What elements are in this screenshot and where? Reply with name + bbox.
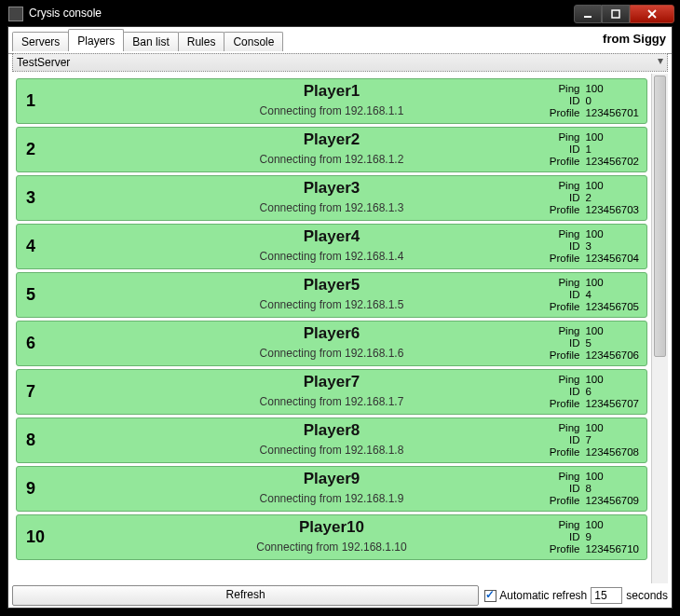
id-value: 9 — [585, 531, 639, 543]
titlebar[interactable]: Crysis console — [3, 3, 677, 24]
tab-strip: ServersPlayersBan listRulesConsole from … — [8, 27, 672, 54]
close-button[interactable] — [630, 5, 674, 23]
id-label: ID — [550, 434, 580, 446]
ping-label: Ping — [550, 131, 580, 144]
id-value: 7 — [585, 434, 639, 446]
profile-label: Profile — [550, 495, 580, 507]
server-dropdown[interactable]: TestServer — [12, 53, 668, 72]
profile-label: Profile — [550, 204, 580, 216]
profile-value: 123456704 — [585, 253, 639, 265]
scrollbar-thumb[interactable] — [654, 75, 666, 357]
auto-refresh-checkbox[interactable] — [484, 590, 496, 602]
close-icon — [646, 9, 658, 19]
profile-label: Profile — [550, 156, 580, 168]
ping-label: Ping — [550, 277, 580, 289]
player-row[interactable]: 5Player5Connecting from 192.168.1.5Ping1… — [16, 272, 647, 318]
tab-rules[interactable]: Rules — [178, 32, 225, 51]
id-label: ID — [550, 386, 580, 398]
player-list: 1Player1Connecting from 192.168.1.1Ping1… — [12, 74, 651, 583]
tab-banlist[interactable]: Ban list — [123, 32, 178, 51]
from-label: from Siggy — [603, 32, 666, 46]
profile-label: Profile — [550, 301, 580, 313]
player-row[interactable]: 10Player10Connecting from 192.168.1.10Pi… — [16, 514, 647, 560]
auto-refresh-label: Automatic refresh — [499, 589, 587, 602]
ping-value: 100 — [585, 83, 639, 95]
ping-label: Ping — [550, 471, 580, 483]
window-title: Crysis console — [29, 3, 102, 24]
id-value: 2 — [585, 192, 639, 204]
ping-value: 100 — [585, 374, 639, 386]
profile-value: 123456705 — [585, 301, 639, 313]
ping-label: Ping — [550, 83, 580, 95]
id-label: ID — [550, 289, 580, 301]
profile-value: 123456702 — [585, 156, 639, 168]
id-label: ID — [550, 483, 580, 495]
player-row[interactable]: 9Player9Connecting from 192.168.1.9Ping1… — [16, 466, 647, 512]
player-row[interactable]: 4Player4Connecting from 192.168.1.4Ping1… — [16, 224, 647, 269]
profile-label: Profile — [550, 446, 580, 459]
profile-value: 123456708 — [585, 446, 639, 459]
player-row[interactable]: 1Player1Connecting from 192.168.1.1Ping1… — [16, 78, 647, 124]
profile-value: 123456709 — [585, 495, 639, 507]
ping-value: 100 — [585, 325, 639, 337]
id-label: ID — [550, 240, 580, 253]
profile-label: Profile — [550, 107, 580, 119]
ping-value: 100 — [585, 180, 639, 192]
ping-value: 100 — [585, 131, 639, 144]
ping-label: Ping — [550, 422, 580, 434]
player-row[interactable]: 3Player3Connecting from 192.168.1.3Ping1… — [16, 175, 647, 221]
player-row[interactable]: 8Player8Connecting from 192.168.1.8Ping1… — [16, 418, 647, 463]
id-label: ID — [550, 337, 580, 349]
app-icon — [8, 7, 23, 21]
ping-value: 100 — [585, 422, 639, 434]
svg-rect-1 — [612, 10, 619, 18]
id-label: ID — [550, 95, 580, 107]
refresh-interval-input[interactable]: 15 — [591, 587, 622, 604]
minimize-button[interactable] — [574, 5, 602, 23]
id-value: 5 — [585, 337, 639, 349]
profile-label: Profile — [550, 253, 580, 265]
id-value: 0 — [585, 95, 639, 107]
ping-label: Ping — [550, 180, 580, 192]
id-value: 3 — [585, 240, 639, 253]
ping-value: 100 — [585, 471, 639, 483]
id-value: 1 — [585, 144, 639, 156]
id-value: 6 — [585, 386, 639, 398]
profile-value: 123456701 — [585, 107, 639, 119]
ping-label: Ping — [550, 519, 580, 531]
player-row[interactable]: 6Player6Connecting from 192.168.1.6Ping1… — [16, 321, 647, 366]
id-label: ID — [550, 192, 580, 204]
profile-label: Profile — [550, 349, 580, 362]
id-value: 4 — [585, 289, 639, 301]
profile-value: 123456707 — [585, 398, 639, 410]
id-label: ID — [550, 531, 580, 543]
minimize-icon — [583, 9, 592, 19]
id-value: 8 — [585, 483, 639, 495]
ping-value: 100 — [585, 277, 639, 289]
profile-label: Profile — [550, 398, 580, 410]
tab-servers[interactable]: Servers — [12, 32, 69, 51]
id-label: ID — [550, 144, 580, 156]
refresh-button[interactable]: Refresh — [12, 585, 479, 606]
maximize-icon — [611, 9, 620, 19]
tab-console[interactable]: Console — [224, 32, 283, 51]
profile-value: 123456703 — [585, 204, 639, 216]
seconds-label: seconds — [626, 589, 668, 602]
profile-value: 123456706 — [585, 349, 639, 362]
ping-value: 100 — [585, 519, 639, 531]
ping-label: Ping — [550, 325, 580, 337]
player-row[interactable]: 2Player2Connecting from 192.168.1.2Ping1… — [16, 127, 647, 172]
profile-value: 123456710 — [585, 543, 639, 555]
ping-value: 100 — [585, 228, 639, 240]
player-row[interactable]: 7Player7Connecting from 192.168.1.7Ping1… — [16, 369, 647, 415]
server-dropdown-value: TestServer — [17, 56, 70, 69]
tab-players[interactable]: Players — [68, 29, 124, 50]
svg-rect-0 — [584, 16, 592, 18]
maximize-button[interactable] — [602, 5, 630, 23]
scrollbar[interactable] — [651, 74, 668, 583]
profile-label: Profile — [550, 543, 580, 555]
ping-label: Ping — [550, 228, 580, 240]
ping-label: Ping — [550, 374, 580, 386]
